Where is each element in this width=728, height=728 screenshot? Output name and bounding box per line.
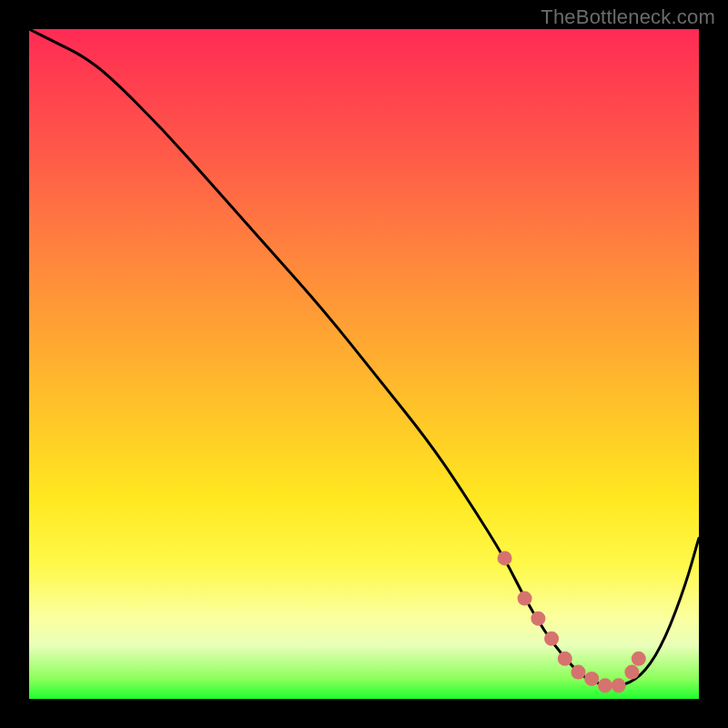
chart-frame: TheBottleneck.com (0, 0, 728, 728)
highlight-dot (518, 592, 532, 606)
highlight-dots-group (498, 551, 646, 693)
chart-svg (29, 29, 699, 699)
highlight-dot (632, 652, 646, 666)
highlight-dot (624, 665, 639, 680)
highlight-dot (571, 665, 586, 680)
highlight-dot (531, 612, 545, 626)
highlight-dot (558, 652, 572, 666)
bottleneck-curve (29, 29, 699, 685)
watermark-label: TheBottleneck.com (541, 5, 715, 29)
plot-area (29, 29, 699, 699)
highlight-dot (612, 678, 626, 693)
highlight-dot (498, 551, 512, 565)
highlight-dot (544, 632, 559, 646)
highlight-dot (598, 678, 612, 693)
highlight-dot (584, 672, 599, 686)
